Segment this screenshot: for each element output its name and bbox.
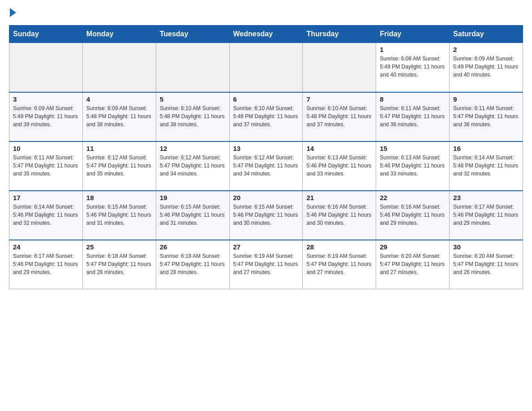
calendar-cell: 11Sunrise: 6:12 AM Sunset: 5:47 PM Dayli… [82,141,156,191]
calendar-cell: 28Sunrise: 6:19 AM Sunset: 5:47 PM Dayli… [303,240,376,289]
day-number: 25 [86,243,152,251]
day-number: 3 [13,95,79,103]
day-info: Sunrise: 6:14 AM Sunset: 5:46 PM Dayligh… [13,203,79,227]
day-info: Sunrise: 6:12 AM Sunset: 5:47 PM Dayligh… [160,154,226,178]
calendar-cell: 3Sunrise: 6:09 AM Sunset: 5:49 PM Daylig… [9,92,83,141]
day-info: Sunrise: 6:13 AM Sunset: 5:46 PM Dayligh… [380,154,446,178]
day-header-wednesday: Wednesday [229,26,303,43]
day-number: 8 [380,95,446,103]
day-header-friday: Friday [376,26,450,43]
calendar-header-row: SundayMondayTuesdayWednesdayThursdayFrid… [9,26,523,43]
calendar-cell: 12Sunrise: 6:12 AM Sunset: 5:47 PM Dayli… [156,141,229,191]
day-info: Sunrise: 6:10 AM Sunset: 5:48 PM Dayligh… [233,104,299,128]
day-info: Sunrise: 6:16 AM Sunset: 5:46 PM Dayligh… [306,203,372,227]
calendar-cell: 13Sunrise: 6:12 AM Sunset: 5:47 PM Dayli… [229,141,303,191]
calendar-cell: 6Sunrise: 6:10 AM Sunset: 5:48 PM Daylig… [229,92,303,141]
calendar-cell: 1Sunrise: 6:08 AM Sunset: 5:49 PM Daylig… [376,43,450,92]
day-number: 18 [86,194,152,201]
day-info: Sunrise: 6:12 AM Sunset: 5:47 PM Dayligh… [233,154,299,178]
calendar-cell: 24Sunrise: 6:17 AM Sunset: 5:46 PM Dayli… [9,240,83,289]
calendar-cell: 20Sunrise: 6:15 AM Sunset: 5:46 PM Dayli… [229,191,303,240]
calendar-cell: 26Sunrise: 6:18 AM Sunset: 5:47 PM Dayli… [156,240,229,289]
calendar-cell: 21Sunrise: 6:16 AM Sunset: 5:46 PM Dayli… [303,191,376,240]
calendar-week-row: 3Sunrise: 6:09 AM Sunset: 5:49 PM Daylig… [9,92,523,141]
calendar-cell: 2Sunrise: 6:09 AM Sunset: 5:49 PM Daylig… [450,43,523,92]
calendar-cell: 8Sunrise: 6:11 AM Sunset: 5:47 PM Daylig… [376,92,450,141]
calendar-cell: 14Sunrise: 6:13 AM Sunset: 5:46 PM Dayli… [303,141,376,191]
day-info: Sunrise: 6:08 AM Sunset: 5:49 PM Dayligh… [380,55,446,79]
day-header-sunday: Sunday [9,26,83,43]
day-number: 19 [160,194,226,201]
day-number: 10 [13,145,79,152]
day-number: 2 [453,46,519,53]
day-info: Sunrise: 6:17 AM Sunset: 5:46 PM Dayligh… [13,252,79,276]
calendar-table: SundayMondayTuesdayWednesdayThursdayFrid… [9,25,523,289]
day-info: Sunrise: 6:15 AM Sunset: 5:46 PM Dayligh… [233,203,299,227]
day-info: Sunrise: 6:19 AM Sunset: 5:47 PM Dayligh… [233,252,299,276]
calendar-cell: 30Sunrise: 6:20 AM Sunset: 5:47 PM Dayli… [450,240,523,289]
day-info: Sunrise: 6:20 AM Sunset: 5:47 PM Dayligh… [380,252,446,276]
day-info: Sunrise: 6:11 AM Sunset: 5:47 PM Dayligh… [380,104,446,128]
day-number: 15 [380,145,446,152]
day-number: 30 [453,243,519,251]
calendar-cell: 5Sunrise: 6:10 AM Sunset: 5:48 PM Daylig… [156,92,229,141]
calendar-week-row: 1Sunrise: 6:08 AM Sunset: 5:49 PM Daylig… [9,43,523,92]
day-number: 28 [306,243,372,251]
page-header [9,9,523,17]
day-info: Sunrise: 6:10 AM Sunset: 5:48 PM Dayligh… [160,104,226,128]
day-number: 7 [306,95,372,103]
day-info: Sunrise: 6:10 AM Sunset: 5:48 PM Dayligh… [306,104,372,128]
day-info: Sunrise: 6:14 AM Sunset: 5:46 PM Dayligh… [453,154,519,178]
calendar-cell [303,43,376,92]
day-number: 29 [380,243,446,251]
calendar-cell: 9Sunrise: 6:11 AM Sunset: 5:47 PM Daylig… [450,92,523,141]
day-info: Sunrise: 6:11 AM Sunset: 5:47 PM Dayligh… [453,104,519,128]
day-info: Sunrise: 6:09 AM Sunset: 5:49 PM Dayligh… [453,55,519,79]
day-info: Sunrise: 6:15 AM Sunset: 5:46 PM Dayligh… [160,203,226,227]
day-info: Sunrise: 6:12 AM Sunset: 5:47 PM Dayligh… [86,154,152,178]
day-info: Sunrise: 6:11 AM Sunset: 5:47 PM Dayligh… [13,154,79,178]
calendar-week-row: 24Sunrise: 6:17 AM Sunset: 5:46 PM Dayli… [9,240,523,289]
day-header-monday: Monday [82,26,156,43]
day-number: 5 [160,95,226,103]
day-info: Sunrise: 6:17 AM Sunset: 5:46 PM Dayligh… [453,203,519,227]
calendar-cell: 22Sunrise: 6:16 AM Sunset: 5:46 PM Dayli… [376,191,450,240]
day-number: 21 [306,194,372,201]
day-number: 17 [13,194,79,201]
calendar-cell: 25Sunrise: 6:18 AM Sunset: 5:47 PM Dayli… [82,240,156,289]
day-number: 1 [380,46,446,53]
calendar-cell [82,43,156,92]
day-number: 14 [306,145,372,152]
calendar-cell: 18Sunrise: 6:15 AM Sunset: 5:46 PM Dayli… [82,191,156,240]
calendar-cell [9,43,83,92]
calendar-cell [156,43,229,92]
day-number: 11 [86,145,152,152]
day-info: Sunrise: 6:19 AM Sunset: 5:47 PM Dayligh… [306,252,372,276]
day-info: Sunrise: 6:18 AM Sunset: 5:47 PM Dayligh… [86,252,152,276]
day-number: 4 [86,95,152,103]
calendar-cell: 7Sunrise: 6:10 AM Sunset: 5:48 PM Daylig… [303,92,376,141]
day-info: Sunrise: 6:09 AM Sunset: 5:48 PM Dayligh… [86,104,152,128]
day-header-thursday: Thursday [303,26,376,43]
day-header-saturday: Saturday [450,26,523,43]
calendar-cell [229,43,303,92]
day-number: 9 [453,95,519,103]
calendar-cell: 27Sunrise: 6:19 AM Sunset: 5:47 PM Dayli… [229,240,303,289]
calendar-week-row: 17Sunrise: 6:14 AM Sunset: 5:46 PM Dayli… [9,191,523,240]
day-number: 23 [453,194,519,201]
day-number: 16 [453,145,519,152]
calendar-cell: 10Sunrise: 6:11 AM Sunset: 5:47 PM Dayli… [9,141,83,191]
calendar-cell: 29Sunrise: 6:20 AM Sunset: 5:47 PM Dayli… [376,240,450,289]
day-number: 27 [233,243,299,251]
day-number: 20 [233,194,299,201]
day-info: Sunrise: 6:16 AM Sunset: 5:46 PM Dayligh… [380,203,446,227]
calendar-cell: 19Sunrise: 6:15 AM Sunset: 5:46 PM Dayli… [156,191,229,240]
day-number: 6 [233,95,299,103]
calendar-cell: 4Sunrise: 6:09 AM Sunset: 5:48 PM Daylig… [82,92,156,141]
day-info: Sunrise: 6:13 AM Sunset: 5:46 PM Dayligh… [306,154,372,178]
day-info: Sunrise: 6:09 AM Sunset: 5:49 PM Dayligh… [13,104,79,128]
day-number: 26 [160,243,226,251]
day-number: 12 [160,145,226,152]
logo-arrow-icon [10,8,16,17]
calendar-cell: 17Sunrise: 6:14 AM Sunset: 5:46 PM Dayli… [9,191,83,240]
